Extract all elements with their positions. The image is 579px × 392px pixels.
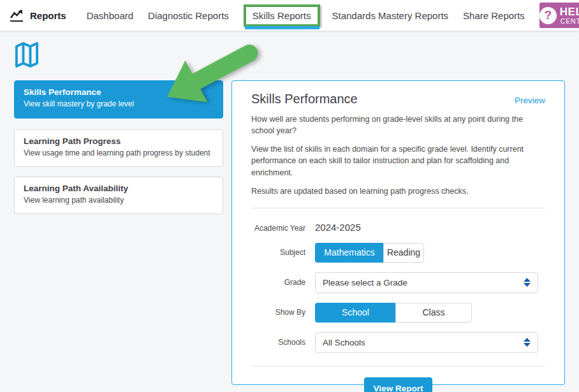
schools-dropdown-value: All Schools (323, 338, 365, 347)
sort-caret-icon (524, 278, 531, 287)
sidebar-item-description: View learning path availability (24, 196, 214, 205)
reports-brand: Reports (9, 8, 66, 23)
brand-label: Reports (30, 10, 66, 21)
sidebar-item-learning-path-progress[interactable]: Learning Path Progress View usage time a… (14, 129, 223, 167)
grade-dropdown[interactable]: Please select a Grade (315, 272, 538, 293)
grade-label: Grade (251, 277, 305, 287)
show-by-label: Show By (251, 307, 305, 317)
top-nav-bar: Reports Dashboard Diagnostic Reports Ski… (0, 0, 579, 31)
show-by-row: Show By School Class (251, 303, 545, 323)
subject-row: Subject Mathematics Reading (251, 243, 545, 263)
description-paragraph: How well are students performing on grad… (251, 113, 545, 136)
schools-row: Schools All Schools (251, 332, 545, 353)
question-circle-icon: ? (539, 7, 557, 24)
subject-toggle: Mathematics Reading (315, 243, 424, 263)
subject-label: Subject (251, 247, 305, 258)
sidebar-item-description: View skill mastery by grade level (24, 99, 214, 108)
preview-link[interactable]: Preview (515, 96, 545, 105)
description-paragraph: Results are updated based on learning pa… (251, 185, 545, 197)
show-by-toggle: School Class (315, 303, 472, 323)
sort-caret-icon (524, 338, 531, 347)
help-center-button[interactable]: ? HELP CENTER (539, 3, 579, 28)
schools-label: Schools (251, 337, 305, 347)
map-icon (13, 40, 41, 73)
academic-year-row: Academic Year 2024-2025 (251, 222, 545, 233)
grade-dropdown-value: Please select a Grade (323, 278, 407, 287)
sidebar-item-skills-performance[interactable]: Skills Performance View skill mastery by… (14, 80, 223, 119)
show-by-school-button[interactable]: School (315, 303, 395, 323)
schools-dropdown[interactable]: All Schools (315, 332, 538, 353)
subject-reading-button[interactable]: Reading (383, 243, 424, 263)
show-by-class-button[interactable]: Class (395, 303, 472, 323)
academic-year-label: Academic Year (251, 222, 305, 233)
nav-item-share-reports[interactable]: Share Reports (463, 10, 525, 21)
page-title: Skills Performance (251, 92, 358, 106)
trend-chart-icon (9, 8, 25, 23)
sidebar-item-title: Skills Performance (24, 87, 214, 97)
nav-item-skills-reports-label: Skills Reports (253, 10, 311, 21)
nav-item-standards-mastery-reports[interactable]: Standards Mastery Reports (332, 10, 449, 21)
academic-year-value: 2024-2025 (315, 222, 361, 233)
active-tab-indicator (245, 26, 319, 29)
sidebar-item-title: Learning Path Availability (24, 184, 214, 193)
divider (251, 208, 545, 208)
help-center-label: HELP CENTER (560, 6, 579, 25)
view-report-button[interactable]: View Report (364, 377, 433, 392)
nav-item-diagnostic-reports[interactable]: Diagnostic Reports (148, 10, 229, 21)
grade-row: Grade Please select a Grade (251, 272, 545, 293)
description-paragraph: View the list of skills in each domain f… (251, 143, 545, 178)
sidebar-item-description: View usage time and learning path progre… (24, 149, 214, 157)
nav-item-dashboard[interactable]: Dashboard (87, 10, 133, 21)
skills-performance-panel: Skills Performance Preview How well are … (231, 80, 565, 385)
subject-mathematics-button[interactable]: Mathematics (315, 243, 383, 263)
sidebar-item-title: Learning Path Progress (24, 136, 214, 146)
nav-item-skills-reports[interactable]: Skills Reports (244, 4, 320, 27)
sidebar-item-learning-path-availability[interactable]: Learning Path Availability View learning… (14, 177, 223, 214)
